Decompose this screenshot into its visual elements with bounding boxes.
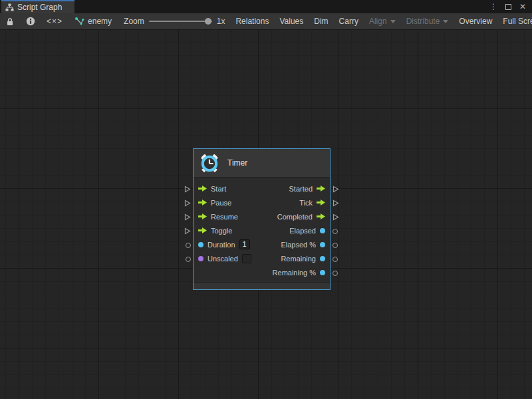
- port-toggle[interactable]: Toggle: [198, 227, 232, 235]
- flow-out-icon: [317, 200, 325, 205]
- port-completed[interactable]: Completed: [277, 213, 325, 221]
- connector-started[interactable]: [331, 182, 341, 196]
- flow-out-icon: [317, 213, 325, 219]
- port-row: Resume Completed: [194, 209, 330, 223]
- port-unscaled[interactable]: Unscaled: [198, 254, 251, 263]
- timer-node[interactable]: Timer Start Started: [193, 148, 331, 290]
- align-dropdown[interactable]: Align: [364, 13, 401, 29]
- lock-button[interactable]: [0, 13, 20, 29]
- connector-elapsed-percent[interactable]: [331, 238, 341, 252]
- relations-button[interactable]: Relations: [230, 13, 274, 29]
- port-start[interactable]: Start: [198, 185, 226, 193]
- port-row: Remaining %: [194, 265, 330, 279]
- port-pause[interactable]: Pause: [198, 199, 231, 207]
- info-button[interactable]: [20, 13, 41, 29]
- port-row: Pause Tick: [194, 196, 330, 209]
- timer-node-body: Start Started Pause Tick: [194, 178, 330, 282]
- input-connectors: [182, 148, 193, 290]
- window-menu-icon[interactable]: ⋮: [488, 1, 499, 12]
- port-elapsed[interactable]: Elapsed: [289, 227, 325, 235]
- connector-resume[interactable]: [182, 210, 193, 224]
- connector-completed[interactable]: [331, 210, 341, 224]
- port-duration[interactable]: Duration 1: [198, 239, 250, 249]
- connector-pause[interactable]: [182, 196, 193, 210]
- connector-duration[interactable]: [182, 238, 193, 252]
- connector-toggle[interactable]: [182, 224, 193, 238]
- chevron-down-icon: [443, 20, 448, 23]
- port-started[interactable]: Started: [289, 185, 325, 193]
- close-icon[interactable]: ✕: [517, 1, 528, 12]
- connector-start[interactable]: [182, 182, 193, 196]
- value-port-icon: [320, 256, 325, 261]
- port-row: Duration 1 Elapsed %: [194, 237, 330, 251]
- distribute-dropdown[interactable]: Distribute: [401, 13, 454, 29]
- timer-node-header[interactable]: Timer: [194, 149, 330, 178]
- dim-button[interactable]: Dim: [309, 13, 333, 29]
- value-port-icon: [320, 228, 325, 233]
- port-resume[interactable]: Resume: [198, 213, 238, 221]
- graph-toolbar: <×> enemy Zoom 1x Relations Values: [0, 13, 532, 30]
- chevron-down-icon: [390, 20, 396, 23]
- zoom-label: Zoom: [124, 17, 144, 26]
- full-screen-button[interactable]: Full Screen: [497, 13, 532, 29]
- port-row: Unscaled Remaining: [194, 251, 330, 265]
- script-graph-window: Script Graph ⋮ ✕: [0, 0, 532, 399]
- connector-remaining[interactable]: [331, 252, 341, 266]
- graph-name-label: enemy: [88, 17, 112, 26]
- connector-unscaled[interactable]: [182, 252, 193, 266]
- connector-elapsed[interactable]: [331, 224, 341, 238]
- flow-in-icon: [198, 186, 207, 192]
- node-title: Timer: [227, 158, 247, 168]
- carry-button[interactable]: Carry: [334, 13, 364, 29]
- port-remaining-percent[interactable]: Remaining %: [273, 269, 325, 277]
- flow-out-icon: [317, 186, 325, 192]
- graph-canvas[interactable]: Timer Start Started: [0, 30, 532, 399]
- timer-icon: [199, 152, 220, 174]
- lock-icon: [6, 17, 14, 26]
- flow-in-icon: [198, 200, 207, 205]
- graph-icon: [74, 17, 84, 26]
- overview-button[interactable]: Overview: [454, 13, 497, 29]
- zoom-slider-handle[interactable]: [205, 18, 211, 25]
- tab-script-graph[interactable]: Script Graph: [1, 0, 74, 13]
- duration-input[interactable]: 1: [239, 239, 250, 249]
- connector-remaining-percent[interactable]: [331, 266, 341, 280]
- flow-in-icon: [198, 227, 207, 233]
- value-port-icon: [198, 256, 203, 261]
- port-elapsed-percent[interactable]: Elapsed %: [281, 241, 325, 249]
- zoom-value: 1x: [217, 17, 225, 26]
- unscaled-checkbox[interactable]: [242, 254, 251, 263]
- output-connectors: [331, 148, 341, 290]
- connector-tick[interactable]: [331, 196, 341, 210]
- value-port-icon: [320, 242, 325, 247]
- window-controls: ⋮ ✕: [488, 0, 532, 13]
- port-row: Toggle Elapsed: [194, 223, 330, 237]
- values-button[interactable]: Values: [274, 13, 309, 29]
- timer-node-footer: [194, 282, 330, 289]
- script-graph-icon: [5, 3, 14, 11]
- zoom-slider[interactable]: [149, 21, 212, 22]
- tab-bar: Script Graph ⋮ ✕: [0, 0, 532, 13]
- edit-source-button[interactable]: <×>: [41, 13, 68, 29]
- maximize-icon[interactable]: [503, 1, 513, 12]
- value-port-icon: [320, 270, 325, 275]
- port-tick[interactable]: Tick: [299, 199, 325, 207]
- info-icon: [26, 17, 35, 26]
- port-row: Start Started: [194, 182, 330, 196]
- graph-breadcrumb[interactable]: enemy: [68, 13, 118, 29]
- port-remaining[interactable]: Remaining: [281, 255, 325, 263]
- value-port-icon: [198, 242, 203, 247]
- flow-in-icon: [198, 213, 207, 219]
- zoom-control: Zoom 1x: [118, 13, 230, 29]
- timer-node-group: Timer Start Started: [182, 148, 341, 290]
- tab-label: Script Graph: [17, 3, 62, 12]
